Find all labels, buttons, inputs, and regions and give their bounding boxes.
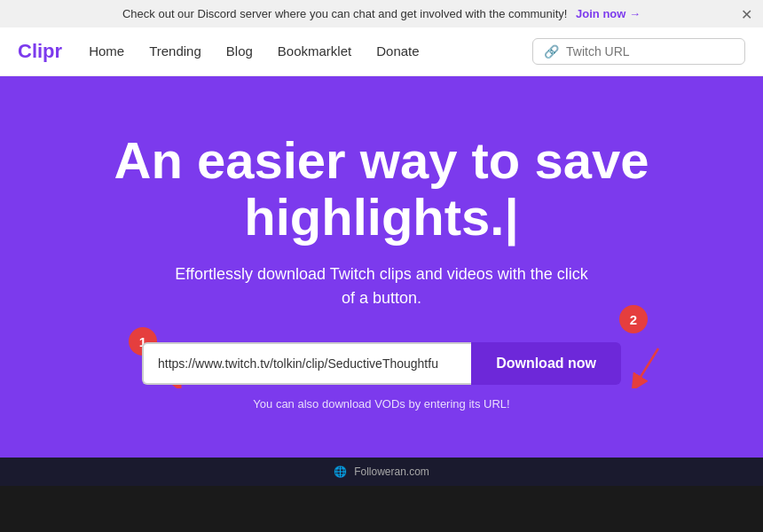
nav-link-bookmarklet[interactable]: Bookmarklet — [278, 43, 351, 59]
cta-row: Download now — [142, 342, 621, 385]
nav-item-trending: Trending — [149, 43, 201, 59]
nav-item-donate: Donate — [376, 43, 419, 59]
url-input[interactable] — [142, 342, 471, 385]
nav-link-trending[interactable]: Trending — [149, 43, 201, 59]
arrow-2 — [623, 344, 667, 388]
hero-subtitle: Effortlessly download Twitch clips and v… — [169, 262, 594, 310]
announcement-bar: Check out our Discord server where you c… — [0, 0, 763, 27]
download-button[interactable]: Download now — [471, 342, 621, 385]
nav-link-home[interactable]: Home — [89, 43, 124, 59]
link-icon: 🔗 — [544, 44, 559, 59]
nav-link-blog[interactable]: Blog — [226, 43, 253, 59]
announcement-text: Check out our Discord server where you c… — [122, 7, 567, 20]
twitch-url-input-nav[interactable] — [566, 44, 734, 59]
close-announcement-button[interactable]: ✕ — [741, 5, 752, 22]
announcement-cta[interactable]: Join now → — [576, 7, 641, 20]
nav-links: Home Trending Blog Bookmarklet Donate — [89, 43, 532, 59]
nav-link-donate[interactable]: Donate — [376, 43, 419, 59]
footer-bar: 🌐 Followeran.com — [0, 458, 763, 486]
globe-icon: 🌐 — [334, 466, 347, 478]
nav-item-home: Home — [89, 43, 124, 59]
below-cta-text: You can also download VODs by entering i… — [253, 397, 509, 411]
search-bar: 🔗 — [532, 38, 745, 65]
logo[interactable]: Clipr — [18, 40, 62, 63]
annotation-2: 2 — [619, 305, 648, 333]
svg-line-1 — [636, 348, 658, 384]
nav-item-bookmarklet: Bookmarklet — [278, 43, 351, 59]
nav-item-blog: Blog — [226, 43, 253, 59]
navbar: Clipr Home Trending Blog Bookmarklet Don… — [0, 27, 763, 76]
hero-section: An easier way to save highlights.| Effor… — [0, 76, 763, 458]
footer-text: Followeran.com — [354, 466, 429, 478]
hero-title: An easier way to save highlights.| — [71, 132, 692, 246]
